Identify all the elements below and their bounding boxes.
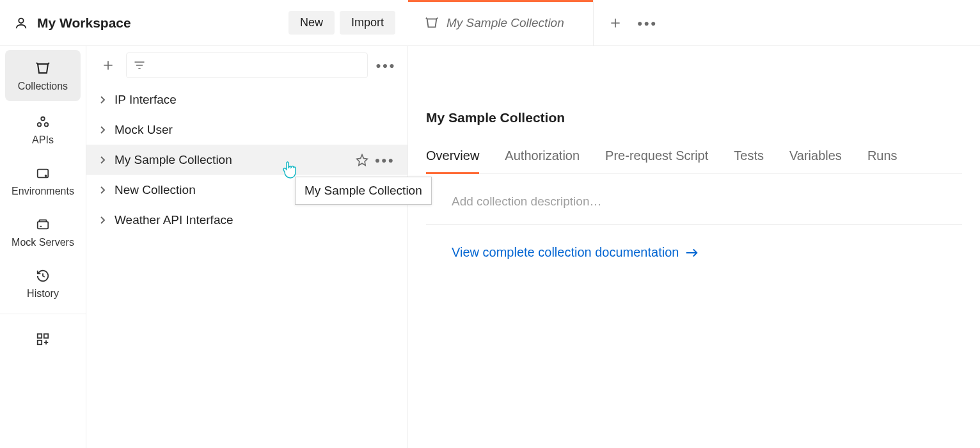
nav-environments[interactable]: Environments bbox=[0, 155, 86, 206]
sub-tab-pre-request[interactable]: Pre-request Script bbox=[605, 145, 708, 173]
tooltip: My Sample Collection bbox=[295, 177, 432, 205]
chevron-right-icon[interactable] bbox=[99, 216, 108, 225]
sub-tab-tests[interactable]: Tests bbox=[734, 145, 764, 173]
chevron-right-icon[interactable] bbox=[99, 95, 108, 104]
collection-tab-icon bbox=[425, 16, 439, 30]
mock-servers-icon bbox=[35, 216, 51, 233]
filter-icon bbox=[133, 59, 146, 72]
collection-name: New Collection bbox=[115, 183, 196, 197]
collections-panel: ●●● IP Interface Mock User My Sample Col… bbox=[86, 46, 408, 448]
import-button[interactable]: Import bbox=[340, 11, 395, 35]
description-box[interactable]: Add collection description… bbox=[426, 174, 962, 225]
svg-point-0 bbox=[19, 18, 23, 22]
nav-label: Mock Servers bbox=[12, 237, 74, 248]
collection-item[interactable]: IP Interface bbox=[86, 84, 407, 115]
sub-tab-overview[interactable]: Overview bbox=[426, 145, 479, 173]
user-icon bbox=[13, 15, 29, 31]
nav-add-panel[interactable] bbox=[0, 321, 86, 356]
nav-apis[interactable]: APIs bbox=[0, 104, 86, 155]
collection-name: Weather API Interface bbox=[115, 213, 233, 227]
arrow-right-icon bbox=[685, 248, 699, 258]
panel-more-button[interactable]: ●●● bbox=[374, 54, 397, 77]
tab-bar: My Sample Collection ●●● bbox=[408, 0, 980, 46]
tab-actions: ●●● bbox=[594, 0, 672, 45]
sub-tab-authorization[interactable]: Authorization bbox=[505, 145, 580, 173]
new-tab-button[interactable] bbox=[609, 17, 622, 29]
collection-title[interactable]: My Sample Collection bbox=[426, 110, 962, 125]
doc-link-text: View complete collection documentation bbox=[452, 245, 679, 260]
nav-label: History bbox=[27, 288, 59, 300]
svg-point-1 bbox=[41, 117, 45, 121]
svg-rect-8 bbox=[44, 334, 48, 338]
collection-list: IP Interface Mock User My Sample Collect… bbox=[86, 84, 407, 448]
workspace-title[interactable]: My Workspace bbox=[13, 15, 131, 31]
collection-name: Mock User bbox=[115, 123, 173, 137]
sub-tab-runs[interactable]: Runs bbox=[867, 145, 897, 173]
nav-history[interactable]: History bbox=[0, 257, 86, 308]
svg-rect-9 bbox=[38, 340, 42, 344]
collections-icon bbox=[35, 60, 51, 77]
svg-rect-6 bbox=[38, 221, 49, 228]
nav-mock-servers[interactable]: Mock Servers bbox=[0, 206, 86, 257]
star-icon[interactable] bbox=[356, 154, 368, 166]
more-icon: ●●● bbox=[375, 60, 395, 70]
documentation-link[interactable]: View complete collection documentation bbox=[426, 225, 962, 260]
chevron-right-icon[interactable] bbox=[99, 125, 108, 134]
add-collection-button[interactable] bbox=[97, 54, 120, 77]
svg-point-2 bbox=[38, 123, 42, 127]
collection-item[interactable]: Mock User bbox=[86, 115, 407, 145]
nav-label: Environments bbox=[12, 186, 74, 197]
description-placeholder: Add collection description… bbox=[452, 195, 601, 208]
collection-name: My Sample Collection bbox=[115, 153, 232, 167]
tab[interactable]: My Sample Collection bbox=[408, 0, 594, 45]
nav-collections[interactable]: Collections bbox=[5, 50, 81, 101]
nav-label: Collections bbox=[18, 81, 68, 92]
workspace-header: My Workspace New Import bbox=[0, 0, 408, 46]
item-more-icon[interactable]: ●●● bbox=[375, 155, 395, 165]
tooltip-text: My Sample Collection bbox=[304, 184, 422, 197]
chevron-right-icon[interactable] bbox=[99, 156, 108, 164]
filter-input[interactable] bbox=[126, 52, 368, 78]
environments-icon bbox=[35, 165, 51, 182]
new-button[interactable]: New bbox=[288, 11, 335, 35]
tab-more-button[interactable]: ●●● bbox=[637, 18, 657, 28]
workspace-name: My Workspace bbox=[37, 15, 131, 31]
tab-label: My Sample Collection bbox=[447, 16, 564, 30]
panel-toolbar: ●●● bbox=[86, 46, 407, 84]
nav-label: APIs bbox=[32, 134, 54, 146]
nav-rail: Collections APIs Environments Mock Serve… bbox=[0, 46, 86, 448]
collection-item-selected[interactable]: My Sample Collection ●●● bbox=[86, 145, 407, 175]
svg-point-5 bbox=[45, 175, 47, 177]
content-area: My Sample Collection ●●● My Sample Colle… bbox=[408, 46, 980, 448]
add-panel-icon bbox=[35, 331, 51, 348]
collection-item[interactable]: Weather API Interface bbox=[86, 205, 407, 235]
chevron-right-icon[interactable] bbox=[99, 186, 108, 195]
sub-tab-variables[interactable]: Variables bbox=[789, 145, 842, 173]
svg-point-3 bbox=[45, 123, 49, 127]
svg-rect-7 bbox=[38, 334, 42, 338]
sub-tabs: Overview Authorization Pre-request Scrip… bbox=[426, 141, 962, 174]
apis-icon bbox=[35, 114, 51, 131]
collection-name: IP Interface bbox=[115, 93, 177, 107]
history-icon bbox=[35, 268, 51, 284]
